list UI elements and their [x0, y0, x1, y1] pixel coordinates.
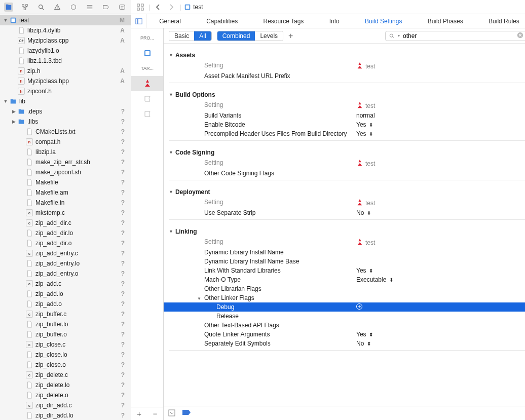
file-tree-row[interactable]: cmkstemp.c? [0, 208, 131, 218]
file-tree-row[interactable]: czip_add.c? [0, 279, 131, 289]
file-tree-row[interactable]: zip_close.o? [0, 360, 131, 370]
disclosure-triangle-icon[interactable]: ▶ [11, 119, 16, 124]
stepper-icon[interactable]: ⬍ [369, 131, 373, 137]
nav-forward-icon[interactable] [166, 2, 176, 12]
stepper-icon[interactable]: ⬍ [369, 268, 373, 274]
file-tree-row[interactable]: libz.1.1.3.tbd [0, 56, 131, 66]
target-placeholder[interactable] [131, 91, 163, 106]
file-tree-row[interactable]: zip_add_entry.o? [0, 269, 131, 279]
section-header[interactable]: ▼Build Options [164, 90, 525, 100]
file-tree-row[interactable]: czip_close.c? [0, 339, 131, 350]
file-tree-row[interactable]: C+Myzipclass.cppA [0, 35, 131, 46]
setting-value[interactable]: Yes ⬍ [356, 130, 373, 137]
setting-row[interactable]: Other Text-Based API Flags [164, 321, 525, 330]
setting-row[interactable]: Mach-O TypeExecutable ⬍ [164, 275, 525, 284]
project-navigator-icon[interactable] [4, 3, 13, 12]
file-tree-row[interactable]: hcompat.h? [0, 137, 131, 147]
file-tree-row[interactable]: ▶.libs? [0, 117, 131, 127]
file-tree-row[interactable]: ▶.deps? [0, 106, 131, 117]
setting-row[interactable]: Enable BitcodeYes ⬍ [164, 120, 525, 129]
file-tree-row[interactable]: zip_buffer.lo? [0, 319, 131, 329]
tab-general[interactable]: General [150, 18, 190, 25]
debug-navigator-icon[interactable] [85, 3, 94, 12]
add-target-button[interactable]: + [131, 407, 147, 420]
settings-search-input[interactable] [403, 32, 514, 40]
file-tree-row[interactable]: Makefile.in? [0, 198, 131, 208]
setting-row[interactable]: Build Variantsnormal [164, 111, 525, 120]
settings-search[interactable]: ▾ [385, 31, 525, 41]
setting-value[interactable]: normal [356, 112, 375, 119]
stepper-icon[interactable]: ⬍ [367, 210, 371, 216]
setting-row[interactable]: Dynamic Library Install Name Base [164, 257, 525, 266]
file-tree-row[interactable]: CMakeLists.txt? [0, 127, 131, 137]
breakpoint-navigator-icon[interactable] [101, 3, 110, 12]
target-placeholder[interactable] [131, 106, 163, 122]
file-tree-row[interactable]: czip_dir_add.c? [0, 400, 131, 410]
stepper-icon[interactable]: ⬍ [367, 341, 371, 347]
setting-value[interactable]: No ⬍ [356, 209, 371, 216]
tab-info[interactable]: Info [320, 18, 349, 25]
setting-row[interactable]: Other Linker Flags [164, 293, 525, 302]
project-entry[interactable] [131, 46, 163, 61]
source-control-navigator-icon[interactable] [20, 3, 29, 12]
file-tree-row[interactable]: Makefile? [0, 177, 131, 187]
file-tree-row[interactable]: make_zip_err_str.sh? [0, 157, 131, 167]
show-project-targets-icon[interactable] [131, 14, 146, 28]
setting-row[interactable]: Other Librarian Flags [164, 284, 525, 293]
file-tree-row[interactable]: zip_add_entry.lo? [0, 258, 131, 269]
setting-row[interactable]: Separately Edit SymbolsNo ⬍ [164, 339, 525, 348]
disclosure-triangle-icon[interactable]: ▼ [3, 18, 8, 23]
file-tree-row[interactable]: zip_dir_add.lo? [0, 410, 131, 420]
nav-back-icon[interactable] [153, 2, 163, 12]
find-navigator-icon[interactable] [36, 3, 46, 12]
setting-row[interactable]: Link With Standard LibrariesYes ⬍ [164, 266, 525, 275]
chevron-down-icon[interactable]: ▾ [398, 33, 400, 38]
view-segmented-control[interactable]: Combined Levels [217, 31, 283, 41]
clear-search-icon[interactable] [517, 32, 523, 40]
setting-row[interactable]: Debug [164, 302, 525, 312]
file-tree-row[interactable]: Makefile.am? [0, 187, 131, 198]
add-value-icon[interactable] [356, 303, 362, 311]
stepper-icon[interactable]: ⬍ [389, 277, 393, 283]
setting-row[interactable]: Release [164, 312, 525, 321]
setting-row[interactable]: Use Separate StripNo ⬍ [164, 208, 525, 217]
add-setting-button[interactable]: + [288, 31, 293, 41]
file-tree-row[interactable]: libzip.la? [0, 147, 131, 157]
file-tree-row[interactable]: ▼testM [0, 15, 131, 25]
file-tree-row[interactable]: hzip.hA [0, 66, 131, 76]
stepper-icon[interactable]: ⬍ [369, 332, 373, 337]
setting-row[interactable]: Precompiled Header Uses Files From Build… [164, 129, 525, 138]
disclosure-triangle-icon[interactable]: ▶ [11, 109, 16, 114]
file-tree-row[interactable]: zip_add.o? [0, 299, 131, 309]
report-navigator-icon[interactable] [118, 3, 127, 12]
file-tree-row[interactable]: zip_buffer.o? [0, 329, 131, 339]
tab-build-phases[interactable]: Build Phases [419, 18, 472, 25]
setting-row[interactable]: Other Code Signing Flags [164, 169, 525, 178]
setting-row[interactable]: Dynamic Library Install Name [164, 248, 525, 257]
tab-resource-tags[interactable]: Resource Tags [254, 18, 313, 25]
test-navigator-icon[interactable] [69, 3, 78, 12]
file-tree-row[interactable]: make_zipconf.sh? [0, 167, 131, 177]
file-tree-row[interactable]: zip_close.lo? [0, 350, 131, 360]
setting-value[interactable]: No ⬍ [356, 340, 371, 347]
view-combined[interactable]: Combined [217, 31, 255, 41]
stepper-icon[interactable]: ⬍ [369, 122, 373, 128]
file-tree-row[interactable]: zip_add.lo? [0, 289, 131, 299]
file-tree-row[interactable]: ▼lib [0, 96, 131, 106]
setting-value[interactable]: Executable ⬍ [356, 276, 393, 283]
file-tree-row[interactable]: zip_delete.lo? [0, 380, 131, 390]
file-tree-row[interactable]: czip_add_entry.c? [0, 248, 131, 258]
file-tree-row[interactable]: czip_add_dir.c? [0, 218, 131, 228]
tab-capabilities[interactable]: Capabilities [197, 18, 247, 25]
file-tree-row[interactable]: hMyzipclass.hppA [0, 76, 131, 86]
target-entry[interactable] [131, 76, 163, 91]
breakpoint-tag-icon[interactable] [182, 409, 191, 418]
tab-build-settings[interactable]: Build Settings [356, 18, 411, 25]
file-tree-row[interactable]: lazydylib1.o [0, 46, 131, 56]
setting-value[interactable]: Yes ⬍ [356, 331, 373, 338]
disclosure-triangle-icon[interactable]: ▼ [3, 99, 8, 104]
setting-row[interactable]: Asset Pack Manifest URL Prefix [164, 71, 525, 81]
scope-basic[interactable]: Basic [169, 31, 194, 41]
setting-value[interactable]: Yes ⬍ [356, 267, 373, 274]
remove-target-button[interactable]: − [147, 407, 164, 420]
